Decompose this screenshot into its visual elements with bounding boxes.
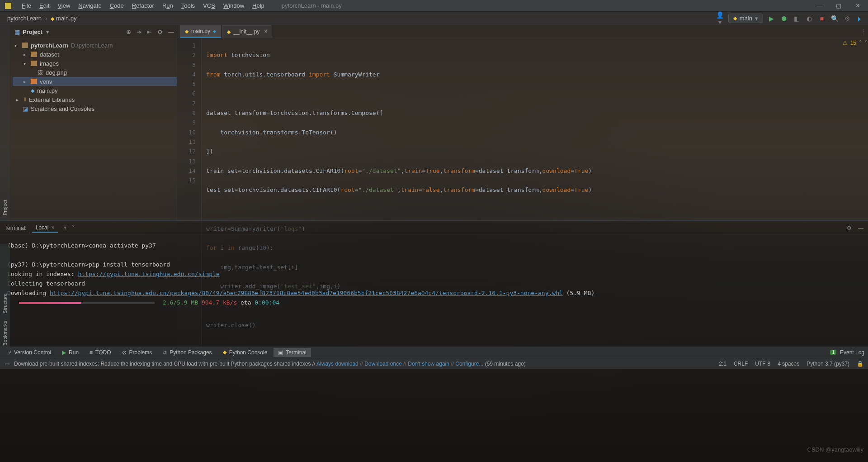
breadcrumb-root[interactable]: pytorchLearn bbox=[4, 14, 45, 23]
tool-python-console[interactable]: ◆Python Console bbox=[218, 348, 272, 357]
terminal-link[interactable]: https://pypi.tuna.tsinghua.edu.cn/packag… bbox=[50, 290, 563, 296]
collapse-all-icon[interactable]: ⇤ bbox=[147, 29, 152, 35]
image-file-icon: 🖼 bbox=[38, 70, 43, 75]
project-tool-tab[interactable]: Project bbox=[2, 200, 8, 215]
indent-widget[interactable]: 4 spaces bbox=[778, 361, 799, 367]
terminal-dropdown-icon[interactable]: ˅ bbox=[72, 225, 75, 231]
terminal-link[interactable]: https://pypi.tuna.tsinghua.edu.cn/simple bbox=[78, 271, 220, 277]
inspection-widget[interactable]: ⚠ 15 ˄ ˅ bbox=[843, 40, 867, 46]
stop-button[interactable]: ■ bbox=[817, 15, 826, 22]
settings-icon[interactable]: ⚙ bbox=[847, 225, 852, 231]
project-tree[interactable]: ▾ pytorchLearn D:\pytorchLearn ▸dataset … bbox=[10, 39, 177, 113]
tree-file-main[interactable]: ◆main.py bbox=[13, 86, 177, 95]
tw-label: Version Control bbox=[14, 349, 51, 356]
menu-tools[interactable]: Tools bbox=[178, 1, 198, 10]
tree-scratches[interactable]: ◪Scratches and Consoles bbox=[13, 104, 177, 113]
menu-navigate[interactable]: Navigate bbox=[75, 1, 105, 10]
lock-icon[interactable]: 🔒 bbox=[857, 361, 863, 367]
line-number: 14 bbox=[177, 166, 196, 176]
hide-icon[interactable]: — bbox=[858, 225, 863, 231]
hide-icon[interactable]: — bbox=[168, 29, 174, 35]
menu-code[interactable]: Code bbox=[106, 1, 127, 10]
tool-event-log[interactable]: Event Log bbox=[840, 349, 864, 356]
structure-tool-tab[interactable]: Structure bbox=[2, 293, 8, 314]
menu-window[interactable]: Window bbox=[220, 1, 248, 10]
tw-label: Run bbox=[69, 349, 79, 356]
status-link-dont[interactable]: Don't show again bbox=[408, 361, 449, 367]
tool-terminal[interactable]: ▣Terminal bbox=[274, 348, 311, 357]
maximize-button[interactable]: ▢ bbox=[835, 2, 843, 9]
tool-window-bar: ⑂Version Control ▶Run ≡TODO ⊘Problems ⧉P… bbox=[0, 346, 868, 358]
status-link-configure[interactable]: Configure... bbox=[455, 361, 483, 367]
ide-scripting-button[interactable]: ⏵ bbox=[855, 15, 864, 22]
tool-run[interactable]: ▶Run bbox=[57, 348, 83, 357]
file-encoding[interactable]: UTF-8 bbox=[755, 361, 770, 367]
menu-run[interactable]: Run bbox=[159, 1, 177, 10]
chevron-up-icon[interactable]: ˄ bbox=[859, 40, 862, 46]
bookmarks-tool-tab[interactable]: Bookmarks bbox=[2, 321, 8, 346]
close-button[interactable]: ✕ bbox=[854, 2, 862, 9]
expand-all-icon[interactable]: ⇥ bbox=[137, 29, 142, 35]
tool-version-control[interactable]: ⑂Version Control bbox=[4, 348, 56, 357]
tw-label: TODO bbox=[95, 349, 111, 356]
tree-file-dog[interactable]: 🖼dog.png bbox=[13, 68, 177, 77]
project-view-icon: ▦ bbox=[14, 29, 20, 35]
caret-position[interactable]: 2:1 bbox=[719, 361, 726, 367]
terminal-tab-local[interactable]: Local× bbox=[32, 224, 58, 233]
t: = bbox=[571, 167, 574, 174]
status-link-always[interactable]: Always download bbox=[316, 361, 359, 367]
tool-problems[interactable]: ⊘Problems bbox=[118, 348, 157, 357]
coverage-button[interactable]: ◧ bbox=[792, 15, 801, 22]
menu-help[interactable]: Help bbox=[249, 1, 268, 10]
menu-edit[interactable]: Edit bbox=[36, 1, 53, 10]
status-bar-icon[interactable]: ▭ bbox=[5, 361, 9, 367]
download-eta: 0:00:04 bbox=[255, 299, 279, 306]
chevron-down-icon[interactable]: ▾ bbox=[46, 29, 49, 35]
modified-dot-icon: ● bbox=[213, 28, 216, 34]
tree-folder-dataset[interactable]: ▸dataset bbox=[13, 50, 177, 59]
breadcrumb-file[interactable]: ◆ main.py bbox=[47, 14, 80, 23]
eta-label: eta bbox=[241, 299, 255, 306]
menu-file[interactable]: File bbox=[18, 1, 35, 10]
play-icon: ▶ bbox=[62, 349, 66, 356]
project-title[interactable]: Project bbox=[23, 29, 42, 35]
debug-button[interactable]: ⬢ bbox=[779, 15, 788, 22]
menu-vcs[interactable]: VCS bbox=[199, 1, 219, 10]
new-terminal-button[interactable]: + bbox=[63, 225, 66, 231]
status-link-once[interactable]: Download once bbox=[364, 361, 402, 367]
profile-button[interactable]: ◐ bbox=[805, 15, 814, 22]
tree-folder-images[interactable]: ▾images bbox=[13, 59, 177, 68]
tree-root-label: pytorchLearn bbox=[31, 42, 68, 49]
run-config-label: main bbox=[740, 15, 752, 22]
add-user-icon[interactable]: 👤▾ bbox=[716, 11, 725, 26]
tree-external-libs[interactable]: ▸⫴External Libraries bbox=[13, 95, 177, 104]
tree-folder-venv[interactable]: ▸venv bbox=[13, 77, 177, 86]
line-separator[interactable]: CRLF bbox=[734, 361, 748, 367]
terminal-output[interactable]: (base) D:\pytorchLearn>conda activate py… bbox=[0, 234, 868, 346]
select-opened-icon[interactable]: ⊕ bbox=[126, 29, 131, 35]
menu-refactor[interactable]: Refactor bbox=[128, 1, 158, 10]
chevron-down-icon[interactable]: ˅ bbox=[864, 40, 867, 46]
scratches-icon: ◪ bbox=[23, 105, 28, 112]
settings-icon[interactable]: ⚙ bbox=[157, 29, 163, 35]
tree-root[interactable]: ▾ pytorchLearn D:\pytorchLearn bbox=[13, 41, 177, 50]
menu-view[interactable]: View bbox=[54, 1, 74, 10]
run-button[interactable]: ▶ bbox=[767, 15, 776, 22]
minimize-button[interactable]: — bbox=[816, 2, 824, 9]
editor-tab-init[interactable]: ◆ __init__.py × bbox=[222, 25, 272, 38]
line-number: 11 bbox=[177, 137, 196, 147]
close-tab-icon[interactable]: × bbox=[264, 29, 267, 35]
terminal-title: Terminal: bbox=[5, 225, 27, 231]
navigation-bar: pytorchLearn › ◆ main.py 👤▾ ◆ main ▾ ▶ ⬢… bbox=[0, 12, 868, 25]
tool-python-packages[interactable]: ⧉Python Packages bbox=[158, 348, 216, 357]
settings-button[interactable]: ⚙ bbox=[843, 15, 852, 22]
search-button[interactable]: 🔍 bbox=[830, 15, 839, 22]
editor-tab-main[interactable]: ◆ main.py ● bbox=[180, 25, 221, 38]
tw-label: Python Packages bbox=[170, 349, 212, 356]
close-tab-icon[interactable]: × bbox=[51, 224, 54, 231]
python-interpreter[interactable]: Python 3.7 (py37) bbox=[807, 361, 849, 367]
tool-todo[interactable]: ≡TODO bbox=[85, 348, 115, 357]
download-speed: 904.7 kB/s bbox=[202, 299, 237, 306]
t: "./dataset" bbox=[362, 167, 401, 174]
run-configuration-combo[interactable]: ◆ main ▾ bbox=[728, 14, 763, 23]
